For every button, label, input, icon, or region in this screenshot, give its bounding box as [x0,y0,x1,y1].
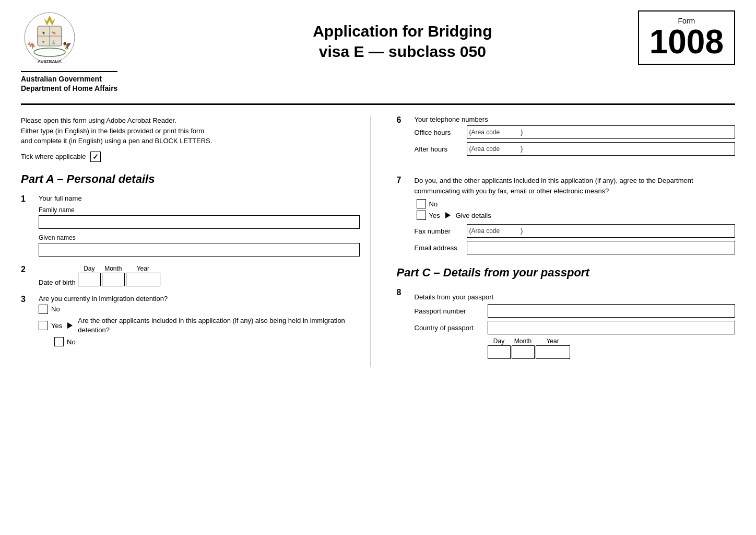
part-a-heading: Part A – Personal details [21,172,360,186]
q2-body: Date of birth Day Month Year [39,265,360,286]
q1-body: Your full name Family name Given names [39,194,360,257]
q3-no-row: No [39,305,360,314]
country-passport-input[interactable] [488,321,736,334]
header: ★ 🦘 ⚜ ⚓ 🦘 🦅 AUSTRALIA Australian Governm… [0,0,756,98]
q7-arrow-icon [445,212,451,218]
svg-text:AUSTRALIA: AUSTRALIA [38,59,62,64]
passport-dob-inputs [488,345,736,359]
fax-row: Fax number (Area code ) [415,224,736,238]
q3-no-sub-checkbox[interactable] [54,337,64,346]
family-name-input[interactable] [39,215,360,229]
country-passport-row: Country of passport [415,321,736,334]
after-hours-row: After hours (Area code ) [415,142,736,156]
q7-no-row: No [417,199,736,208]
email-input[interactable] [467,241,736,254]
q7-body: Do you, and the other applicants include… [415,176,736,258]
right-column: 6 Your telephone numbers Office hours (A… [392,115,736,367]
q3-yes-row: Yes Are the other applicants included in… [39,316,360,335]
page: ★ 🦘 ⚜ ⚓ 🦘 🦅 AUSTRALIA Australian Governm… [0,0,756,535]
question-2: 2 Date of birth Day Month Year [21,265,360,286]
passport-dob-section: Day Month Year [488,338,736,359]
office-hours-row: Office hours (Area code ) [415,125,736,139]
left-column: Please open this form using Adobe Acroba… [21,115,371,367]
email-row: Email address [415,241,736,254]
fax-input[interactable]: (Area code ) [467,224,736,238]
header-center: Application for Bridging visa E — subcla… [167,10,638,62]
form-number-box: Form 1008 [638,10,735,65]
question-8: 8 Details from your passport Passport nu… [397,288,736,359]
passport-number-input[interactable] [488,304,736,318]
question-1: 1 Your full name Family name Given names [21,194,360,257]
q8-body: Details from your passport Passport numb… [415,293,736,359]
q3-body: Are you currently in immigration detenti… [39,295,360,348]
dob-day-input[interactable] [78,273,101,286]
passport-dob-headers: Day Month Year [488,338,736,345]
q7-yes-row: Yes Give details [417,211,736,220]
svg-text:⚜: ⚜ [42,40,45,44]
svg-marker-8 [44,16,55,25]
q7-no-checkbox[interactable] [417,199,426,208]
question-3: 3 Are you currently in immigration deten… [21,295,360,348]
tick-line: Tick where applicable ✓ [21,152,360,162]
dept-name: Australian Government Department of Home… [21,71,117,93]
intro-text: Please open this form using Adobe Acroba… [21,115,360,146]
dob-inputs [78,273,160,286]
q3-yes-checkbox[interactable] [39,321,48,330]
svg-text:🦅: 🦅 [63,41,72,50]
passport-num-row: Passport number [415,304,736,318]
q7-options: No Yes Give details [415,199,736,220]
q6-body: Your telephone numbers Office hours (Are… [415,115,736,159]
part-c-heading: Part C – Details from your passport [397,266,736,280]
form-title: Application for Bridging visa E — subcla… [188,21,617,62]
q3-no-checkbox[interactable] [39,305,48,314]
after-hours-input[interactable]: (Area code ) [467,142,736,156]
passport-day-input[interactable] [488,345,511,359]
passport-month-input[interactable] [512,345,535,359]
question-6: 6 Your telephone numbers Office hours (A… [397,115,736,167]
dob-month-input[interactable] [102,273,125,286]
q3-no-sub-row: No [54,337,360,346]
svg-text:★: ★ [42,31,45,36]
svg-text:🦘: 🦘 [51,30,56,36]
q7-yes-checkbox[interactable] [417,211,426,220]
main-content: Please open this form using Adobe Acroba… [0,105,756,378]
office-hours-input[interactable]: (Area code ) [467,125,736,139]
header-left: ★ 🦘 ⚜ ⚓ 🦘 🦅 AUSTRALIA Australian Governm… [21,10,167,93]
given-names-input[interactable] [39,243,360,257]
crest-icon: ★ 🦘 ⚜ ⚓ 🦘 🦅 AUSTRALIA [21,10,78,68]
svg-point-11 [34,48,65,56]
dob-year-input[interactable] [126,273,160,286]
tick-box[interactable]: ✓ [90,152,101,162]
question-7: 7 Do you, and the other applicants inclu… [397,176,736,258]
svg-text:⚓: ⚓ [51,40,56,44]
svg-text:🦘: 🦘 [27,41,37,50]
dob-col-headers: Day Month Year [78,265,160,272]
passport-year-input[interactable] [536,345,570,359]
q3-arrow-icon [67,322,73,329]
